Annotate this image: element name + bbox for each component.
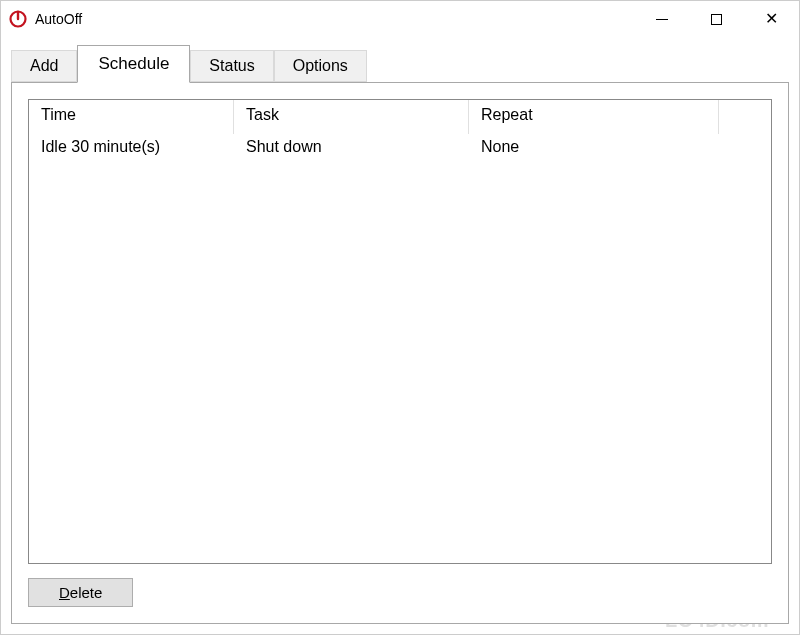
schedule-list[interactable]: Time Task Repeat Idle 30 minute(s) Shut … <box>28 99 772 564</box>
tab-add[interactable]: Add <box>11 50 77 82</box>
window-title: AutoOff <box>35 11 82 27</box>
column-header-repeat[interactable]: Repeat <box>469 100 719 134</box>
button-row: Delete <box>28 578 772 607</box>
delete-label-rest: elete <box>70 584 103 601</box>
column-header-spacer <box>719 100 771 134</box>
maximize-button[interactable] <box>689 1 744 37</box>
minimize-button[interactable] <box>634 1 689 37</box>
tab-panel-schedule: Time Task Repeat Idle 30 minute(s) Shut … <box>11 82 789 624</box>
close-icon: ✕ <box>765 11 778 27</box>
tab-options[interactable]: Options <box>274 50 367 82</box>
cell-task: Shut down <box>234 134 469 164</box>
table-row[interactable]: Idle 30 minute(s) Shut down None <box>29 134 771 164</box>
cell-repeat: None <box>469 134 719 164</box>
list-header: Time Task Repeat <box>29 100 771 134</box>
window-controls: ✕ <box>634 1 799 37</box>
content-area: Add Schedule Status Options Time Task Re… <box>1 37 799 634</box>
minimize-icon <box>656 19 668 20</box>
tab-status[interactable]: Status <box>190 50 273 82</box>
close-button[interactable]: ✕ <box>744 1 799 37</box>
delete-button[interactable]: Delete <box>28 578 133 607</box>
titlebar: AutoOff ✕ <box>1 1 799 37</box>
app-window: AutoOff ✕ Add Schedule Status Options Ti… <box>0 0 800 635</box>
tab-schedule[interactable]: Schedule <box>77 45 190 83</box>
app-icon <box>9 10 27 28</box>
delete-accel: D <box>59 584 70 601</box>
maximize-icon <box>711 14 722 25</box>
cell-spacer <box>719 134 771 164</box>
tabstrip: Add Schedule Status Options <box>11 45 789 82</box>
column-header-time[interactable]: Time <box>29 100 234 134</box>
column-header-task[interactable]: Task <box>234 100 469 134</box>
cell-time: Idle 30 minute(s) <box>29 134 234 164</box>
list-body: Idle 30 minute(s) Shut down None <box>29 134 771 563</box>
